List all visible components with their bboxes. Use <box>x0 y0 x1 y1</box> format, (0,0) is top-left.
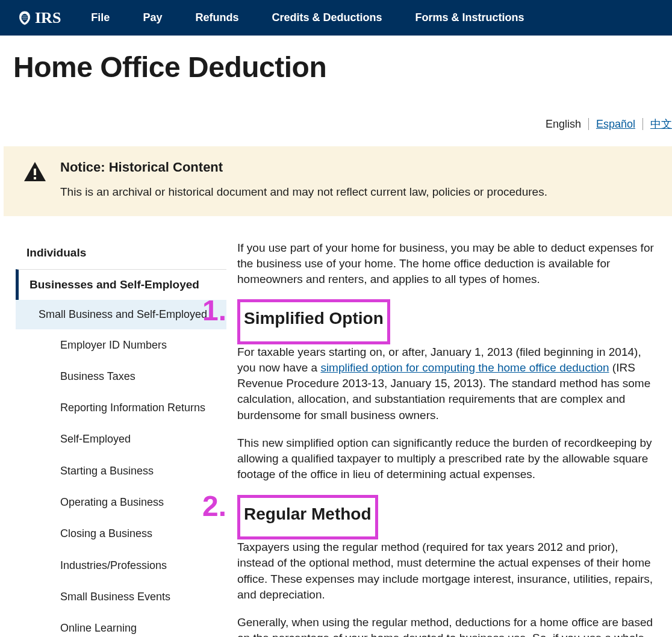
annotation-1-label: 1. <box>202 291 226 331</box>
sidebar-item-self-employed[interactable]: Self-Employed <box>16 423 226 455</box>
irs-logo[interactable]: IRS <box>18 9 61 27</box>
notice-body: This is an archival or historical docume… <box>60 184 547 200</box>
content-wrap: Individuals Businesses and Self-Employed… <box>0 240 672 637</box>
sidebar: Individuals Businesses and Self-Employed… <box>16 240 226 637</box>
lang-espanol[interactable]: Español <box>596 118 635 131</box>
sidebar-item-reporting[interactable]: Reporting Information Returns <box>16 392 226 423</box>
annotation-2: 2. Regular Method <box>237 495 378 540</box>
nav-items: File Pay Refunds Credits & Deductions Fo… <box>91 11 524 24</box>
nav-forms[interactable]: Forms & Instructions <box>415 11 524 24</box>
heading-regular-method: Regular Method <box>244 503 372 526</box>
regular-paragraph-2: Generally, when using the regular method… <box>237 615 658 637</box>
intro-paragraph: If you use part of your home for busines… <box>237 240 658 288</box>
notice-text: Notice: Historical Content This is an ar… <box>60 160 547 200</box>
link-simplified-option[interactable]: simplified option for computing the home… <box>320 361 609 374</box>
logo-text: IRS <box>35 9 61 27</box>
sidebar-item-online-learning[interactable]: Online Learning <box>16 612 226 637</box>
sidebar-section-businesses[interactable]: Businesses and Self-Employed <box>16 269 226 300</box>
sidebar-item-business-taxes[interactable]: Business Taxes <box>16 361 226 392</box>
notice-banner: Notice: Historical Content This is an ar… <box>4 146 672 216</box>
sidebar-item-operating[interactable]: Operating a Business <box>16 486 226 518</box>
simplified-paragraph-1: For taxable years starting on, or after,… <box>237 344 658 423</box>
nav-refunds[interactable]: Refunds <box>195 11 238 24</box>
svg-rect-1 <box>34 177 36 179</box>
annotation-1-box: Simplified Option <box>237 299 390 344</box>
nav-credits[interactable]: Credits & Deductions <box>272 11 382 24</box>
page-title: Home Office Deduction <box>0 36 672 84</box>
nav-pay[interactable]: Pay <box>143 11 162 24</box>
regular-paragraph-1: Taxpayers using the regular method (requ… <box>237 539 658 603</box>
svg-rect-0 <box>34 169 36 175</box>
lang-english[interactable]: English <box>546 118 581 131</box>
eagle-icon <box>18 10 31 26</box>
lang-chinese[interactable]: 中文 <box>650 117 672 131</box>
annotation-1: 1. Simplified Option <box>237 299 390 344</box>
simplified-paragraph-2: This new simplified option can significa… <box>237 435 658 483</box>
annotation-2-box: Regular Method <box>237 495 378 540</box>
nav-file[interactable]: File <box>91 11 110 24</box>
annotation-2-label: 2. <box>202 486 226 526</box>
sidebar-item-ein[interactable]: Employer ID Numbers <box>16 329 226 361</box>
notice-title: Notice: Historical Content <box>60 160 547 175</box>
sidebar-item-small-business[interactable]: Small Business and Self-Employed <box>16 300 226 329</box>
sidebar-item-closing[interactable]: Closing a Business <box>16 518 226 549</box>
divider <box>642 118 643 130</box>
sidebar-item-events[interactable]: Small Business Events <box>16 581 226 612</box>
article-body: If you use part of your home for busines… <box>226 240 672 637</box>
sidebar-item-industries[interactable]: Industries/Professions <box>16 550 226 581</box>
top-nav: IRS File Pay Refunds Credits & Deduction… <box>0 0 672 36</box>
sidebar-item-individuals[interactable]: Individuals <box>16 240 226 269</box>
language-bar: English Español 中文 <box>0 84 672 146</box>
divider <box>588 118 589 130</box>
heading-simplified-option: Simplified Option <box>244 307 384 331</box>
warning-icon <box>23 161 47 184</box>
sidebar-item-starting[interactable]: Starting a Business <box>16 455 226 486</box>
